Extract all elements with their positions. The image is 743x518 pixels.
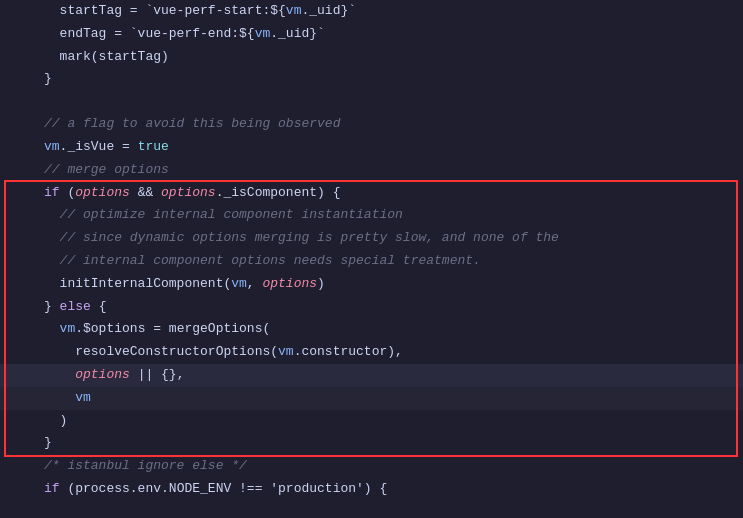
code-token: endTag = `vue-perf-end:${ bbox=[44, 26, 255, 41]
code-line: // a flag to avoid this being observed bbox=[0, 113, 743, 136]
code-token: options bbox=[75, 185, 130, 200]
code-token: if bbox=[44, 481, 60, 496]
line-content: vm.$options = mergeOptions( bbox=[40, 319, 743, 340]
code-token: vm bbox=[60, 321, 76, 336]
code-token: /* istanbul ignore else */ bbox=[44, 458, 247, 473]
code-line: mark(startTag) bbox=[0, 46, 743, 69]
code-token bbox=[44, 253, 60, 268]
code-token: // merge options bbox=[44, 162, 169, 177]
code-token: ._uid}` bbox=[301, 3, 356, 18]
code-token: ) bbox=[317, 276, 325, 291]
code-token: { bbox=[91, 299, 107, 314]
code-token: ._isComponent) { bbox=[216, 185, 341, 200]
line-content: // optimize internal component instantia… bbox=[40, 205, 743, 226]
code-line: options || {}, bbox=[0, 364, 743, 387]
code-line: startTag = `vue-perf-start:${vm._uid}` bbox=[0, 0, 743, 23]
line-content: if (process.env.NODE_ENV !== 'production… bbox=[40, 479, 743, 500]
code-line: initInternalComponent(vm, options) bbox=[0, 273, 743, 296]
code-token: resolveConstructorOptions( bbox=[44, 344, 278, 359]
code-token: mark(startTag) bbox=[44, 49, 169, 64]
line-content: } else { bbox=[40, 297, 743, 318]
code-token: || {}, bbox=[130, 367, 185, 382]
code-token bbox=[44, 390, 75, 405]
code-token bbox=[44, 207, 60, 222]
line-content: // internal component options needs spec… bbox=[40, 251, 743, 272]
code-token: && bbox=[130, 185, 161, 200]
code-token: initInternalComponent( bbox=[44, 276, 231, 291]
code-token: startTag = `vue-perf-start:${ bbox=[44, 3, 286, 18]
line-content: vm._isVue = true bbox=[40, 137, 743, 158]
code-token: vm bbox=[75, 390, 91, 405]
code-line: if (process.env.NODE_ENV !== 'production… bbox=[0, 478, 743, 501]
code-token: } bbox=[44, 299, 60, 314]
code-token: if bbox=[44, 185, 60, 200]
line-content: if (options && options._isComponent) { bbox=[40, 183, 743, 204]
code-line: } bbox=[0, 68, 743, 91]
code-line: // merge options bbox=[0, 159, 743, 182]
code-line: vm bbox=[0, 387, 743, 410]
code-token: true bbox=[138, 139, 169, 154]
code-line: // internal component options needs spec… bbox=[0, 250, 743, 273]
code-token: vm bbox=[231, 276, 247, 291]
code-token bbox=[44, 230, 60, 245]
code-line: endTag = `vue-perf-end:${vm._uid}` bbox=[0, 23, 743, 46]
code-token: vm bbox=[44, 139, 60, 154]
code-line: vm._isVue = true bbox=[0, 136, 743, 159]
code-token: vm bbox=[286, 3, 302, 18]
code-line: /* istanbul ignore else */ bbox=[0, 455, 743, 478]
line-content: } bbox=[40, 433, 743, 454]
line-content: // since dynamic options merging is pret… bbox=[40, 228, 743, 249]
line-content: } bbox=[40, 69, 743, 90]
code-token: , bbox=[247, 276, 263, 291]
line-content: vm bbox=[40, 388, 743, 409]
code-token: vm bbox=[278, 344, 294, 359]
code-token: else bbox=[60, 299, 91, 314]
code-editor: startTag = `vue-perf-start:${vm._uid}` e… bbox=[0, 0, 743, 518]
code-token: vm bbox=[255, 26, 271, 41]
line-content: mark(startTag) bbox=[40, 47, 743, 68]
code-token bbox=[44, 367, 75, 382]
code-token bbox=[44, 321, 60, 336]
code-token: } bbox=[44, 71, 52, 86]
line-content: resolveConstructorOptions(vm.constructor… bbox=[40, 342, 743, 363]
code-line: } bbox=[0, 432, 743, 455]
line-content: initInternalComponent(vm, options) bbox=[40, 274, 743, 295]
code-line: // since dynamic options merging is pret… bbox=[0, 227, 743, 250]
code-line: ) bbox=[0, 410, 743, 433]
code-line: vm.$options = mergeOptions( bbox=[0, 318, 743, 341]
code-line: } else { bbox=[0, 296, 743, 319]
code-token: ) bbox=[44, 413, 67, 428]
code-line: resolveConstructorOptions(vm.constructor… bbox=[0, 341, 743, 364]
line-content: // a flag to avoid this being observed bbox=[40, 114, 743, 135]
code-token: options bbox=[161, 185, 216, 200]
code-line: // optimize internal component instantia… bbox=[0, 204, 743, 227]
code-token: // internal component options needs spec… bbox=[60, 253, 481, 268]
code-token: // a flag to avoid this being observed bbox=[44, 116, 340, 131]
code-token: (process.env.NODE_ENV !== 'production') … bbox=[60, 481, 388, 496]
code-line: if (options && options._isComponent) { bbox=[0, 182, 743, 205]
code-token: options bbox=[75, 367, 130, 382]
code-token: } bbox=[44, 435, 52, 450]
code-token: ( bbox=[60, 185, 76, 200]
line-content: startTag = `vue-perf-start:${vm._uid}` bbox=[40, 1, 743, 22]
code-token: // optimize internal component instantia… bbox=[60, 207, 403, 222]
code-token: // since dynamic options merging is pret… bbox=[60, 230, 559, 245]
line-content: /* istanbul ignore else */ bbox=[40, 456, 743, 477]
line-content: ) bbox=[40, 411, 743, 432]
line-content: // merge options bbox=[40, 160, 743, 181]
code-token: ._isVue = bbox=[60, 139, 138, 154]
code-token: ._uid}` bbox=[270, 26, 325, 41]
code-token: options bbox=[262, 276, 317, 291]
line-content: endTag = `vue-perf-end:${vm._uid}` bbox=[40, 24, 743, 45]
code-line bbox=[0, 91, 743, 113]
code-token: .constructor), bbox=[294, 344, 403, 359]
line-content: options || {}, bbox=[40, 365, 743, 386]
code-token: .$options = mergeOptions( bbox=[75, 321, 270, 336]
